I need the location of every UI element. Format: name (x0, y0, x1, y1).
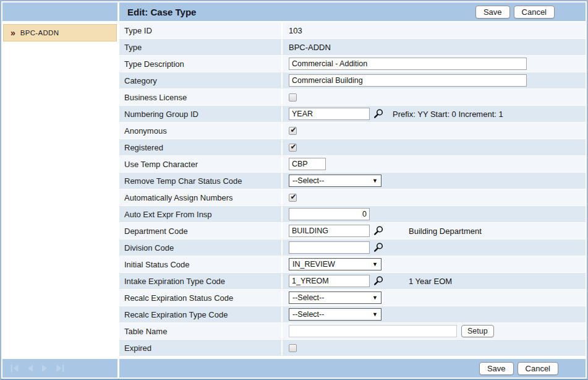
chevron-down-icon: ▼ (372, 261, 378, 267)
select-value: --Select-- (292, 310, 324, 319)
auto-assign-numbers-checkbox[interactable]: ✔ (289, 194, 297, 202)
chevron-down-icon: ▼ (372, 178, 378, 184)
form-row-division-code: Division Code (119, 240, 586, 256)
field-label: Type (119, 39, 281, 55)
form-row-intake-expiration-type: Intake Expiration Type Code 1 Year EOM (119, 273, 586, 289)
form-header: Edit: Case Type Save Cancel (119, 2, 586, 21)
sidebar-header-block (2, 2, 117, 21)
last-page-icon[interactable] (55, 364, 65, 373)
sidebar-item-bpc-addn[interactable]: » BPC-ADDN (3, 24, 117, 41)
registered-checkbox[interactable]: ✔ (289, 144, 297, 152)
field-label: Expired (119, 340, 281, 356)
cancel-button-top[interactable]: Cancel (514, 6, 555, 19)
form-row-initial-status-code: Initial Status Code IN_REVIEW ▼ (119, 256, 586, 272)
form-row-numbering-group-id: Numbering Group ID Prefix: YY Start: 0 I… (119, 106, 586, 122)
cancel-button-bottom[interactable]: Cancel (518, 362, 558, 375)
field-label: Recalc Expiration Status Code (119, 290, 281, 306)
form-row-business-license: Business License ✔ (119, 89, 586, 105)
form-row-remove-temp-char-status: Remove Temp Char Status Code --Select-- … (119, 173, 586, 189)
form-row-recalc-expiration-type: Recalc Expiration Type Code --Select-- ▼ (119, 306, 586, 322)
use-temp-character-input[interactable] (289, 158, 326, 170)
save-button-bottom[interactable]: Save (479, 362, 514, 375)
department-code-note: Building Department (409, 227, 482, 236)
field-label: Numbering Group ID (119, 106, 281, 122)
form-row-type-id: Type ID 103 (119, 22, 586, 38)
checkmark-icon: ✔ (290, 193, 296, 201)
first-page-icon[interactable] (10, 364, 20, 373)
previous-page-icon[interactable] (27, 364, 34, 373)
field-label: Remove Temp Char Status Code (119, 173, 281, 189)
field-label: Intake Expiration Type Code (119, 273, 281, 289)
middle-area: » BPC-ADDN Type ID 103 Type BPC-ADDN (2, 22, 586, 358)
top-bar: Edit: Case Type Save Cancel (2, 2, 586, 21)
page-title: Edit: Case Type (127, 7, 196, 17)
business-license-checkbox[interactable]: ✔ (289, 93, 297, 101)
form-row-auto-assign-numbers: Automatically Assign Numbers ✔ (119, 189, 586, 205)
pagination-bar (2, 359, 117, 378)
sidebar: » BPC-ADDN (2, 22, 117, 358)
form-row-table-name: Table Name Setup (119, 323, 586, 339)
table-name-input[interactable] (289, 325, 457, 337)
sidebar-item-label: BPC-ADDN (20, 29, 59, 37)
field-label: Auto Ext Expr From Insp (119, 206, 281, 222)
field-label: Recalc Expiration Type Code (119, 306, 281, 322)
anonymous-checkbox[interactable]: ✔ (289, 127, 297, 135)
chevron-down-icon: ▼ (372, 311, 378, 317)
field-label: Table Name (119, 323, 281, 339)
form-row-expired: Expired ✔ (119, 340, 586, 356)
lookup-magnifier-icon[interactable] (373, 108, 384, 119)
numbering-group-id-input[interactable] (289, 108, 370, 120)
field-label: Type Description (119, 56, 281, 72)
category-input[interactable] (289, 74, 527, 87)
field-label: Initial Status Code (119, 256, 281, 272)
form-row-auto-ext-expr: Auto Ext Expr From Insp (119, 206, 586, 222)
division-code-input[interactable] (289, 241, 370, 254)
next-page-icon[interactable] (41, 364, 48, 373)
select-value: --Select-- (292, 176, 324, 185)
form-row-registered: Registered ✔ (119, 139, 586, 155)
chevron-down-icon: ▼ (372, 295, 378, 301)
field-label: Business License (119, 89, 281, 105)
field-label: Category (119, 72, 281, 89)
expired-checkbox[interactable]: ✔ (289, 344, 297, 352)
select-value: --Select-- (292, 293, 324, 302)
checkmark-icon: ✔ (290, 143, 296, 150)
form-row-category: Category (119, 72, 586, 89)
remove-temp-char-status-select[interactable]: --Select-- ▼ (289, 175, 381, 187)
numbering-group-note: Prefix: YY Start: 0 Increment: 1 (393, 110, 503, 119)
form-row-type-description: Type Description (119, 56, 586, 72)
type-description-input[interactable] (289, 58, 527, 70)
save-button-top[interactable]: Save (475, 6, 510, 19)
edit-form: Type ID 103 Type BPC-ADDN Type Descripti… (119, 22, 586, 358)
setup-button[interactable]: Setup (461, 325, 494, 337)
field-label: Department Code (119, 223, 281, 239)
field-label: Registered (119, 139, 281, 155)
field-label: Automatically Assign Numbers (119, 189, 281, 205)
form-row-department-code: Department Code Building Department (119, 223, 586, 239)
form-row-anonymous: Anonymous ✔ (119, 123, 586, 139)
form-row-use-temp-character: Use Temp Character (119, 156, 586, 172)
field-label: Use Temp Character (119, 156, 281, 172)
lookup-magnifier-icon[interactable] (373, 242, 384, 253)
lookup-magnifier-icon[interactable] (373, 275, 384, 287)
initial-status-code-select[interactable]: IN_REVIEW ▼ (289, 258, 381, 270)
auto-ext-expr-input[interactable] (289, 208, 370, 220)
intake-expiration-type-input[interactable] (289, 275, 370, 287)
recalc-expiration-type-select[interactable]: --Select-- ▼ (289, 308, 381, 321)
footer-actions: Save Cancel (119, 359, 586, 378)
select-value: IN_REVIEW (292, 260, 335, 269)
recalc-expiration-status-select[interactable]: --Select-- ▼ (289, 291, 381, 304)
field-label: Division Code (119, 240, 281, 256)
form-row-type: Type BPC-ADDN (119, 39, 586, 55)
field-label: Anonymous (119, 123, 281, 139)
checkmark-icon: ✔ (290, 126, 296, 134)
type-id-value: 103 (289, 26, 302, 35)
type-value: BPC-ADDN (289, 43, 331, 52)
intake-expiration-note: 1 Year EOM (409, 277, 452, 286)
department-code-input[interactable] (289, 225, 370, 237)
form-row-recalc-expiration-status: Recalc Expiration Status Code --Select--… (119, 290, 586, 306)
field-label: Type ID (119, 22, 281, 38)
page: Edit: Case Type Save Cancel » BPC-ADDN T… (0, 0, 588, 380)
lookup-magnifier-icon[interactable] (373, 225, 384, 236)
double-chevron-icon: » (11, 28, 15, 38)
